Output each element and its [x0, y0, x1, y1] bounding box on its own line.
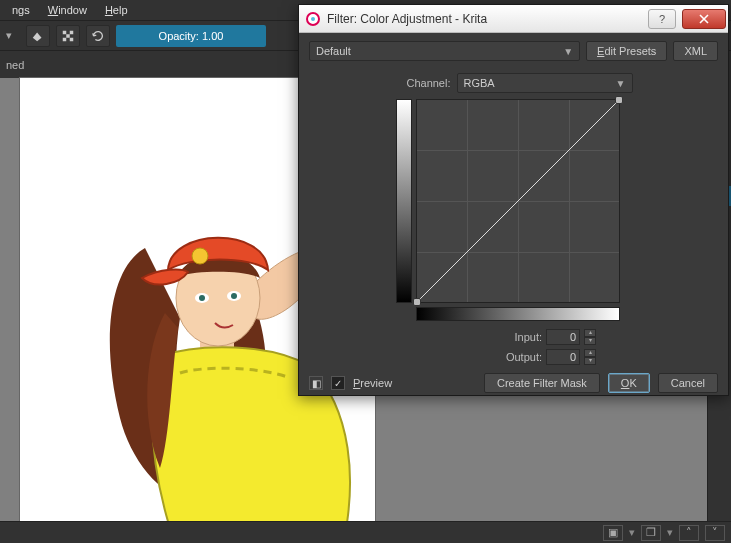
svg-rect-0 [63, 30, 67, 34]
channel-select[interactable]: RGBA ▼ [457, 73, 633, 93]
preview-checkbox[interactable]: ✓ [331, 376, 345, 390]
svg-point-7 [192, 248, 208, 264]
edit-presets-button[interactable]: Edit Presets [586, 41, 667, 61]
pattern-button[interactable] [56, 25, 80, 47]
toolbar-chevron-icon: ▾ [6, 29, 20, 42]
svg-rect-3 [63, 37, 67, 41]
output-stepper[interactable]: ▴▾ [584, 349, 596, 365]
status-chev: ▾ [629, 526, 635, 539]
dialog-help-button[interactable]: ? [648, 9, 676, 29]
reload-button[interactable] [86, 25, 110, 47]
cancel-button[interactable]: Cancel [658, 373, 718, 393]
channel-label: Channel: [395, 77, 451, 89]
menu-window[interactable]: Window [40, 2, 95, 18]
svg-rect-4 [70, 37, 74, 41]
preset-select[interactable]: Default ▼ [309, 41, 580, 61]
fill-button[interactable] [26, 25, 50, 47]
output-field[interactable] [546, 349, 580, 365]
input-label: Input: [498, 331, 542, 343]
curve-handle[interactable] [615, 96, 623, 104]
output-label: Output: [498, 351, 542, 363]
color-adjustment-dialog: Filter: Color Adjustment - Krita ? Defau… [298, 4, 729, 396]
svg-point-13 [311, 17, 315, 21]
chevron-down-icon: ▼ [563, 46, 573, 57]
opacity-slider[interactable]: Opacity: 1.00 [116, 25, 266, 47]
app-icon [305, 11, 321, 27]
menu-help[interactable]: Help [97, 2, 136, 18]
ok-button[interactable]: OK [608, 373, 650, 393]
svg-point-9 [199, 295, 205, 301]
svg-rect-1 [70, 30, 74, 34]
status-up-icon[interactable]: ˄ [679, 525, 699, 541]
dialog-close-button[interactable] [682, 9, 726, 29]
input-field[interactable] [546, 329, 580, 345]
status-duplicate-icon[interactable]: ❐ [641, 525, 661, 541]
tab-title: ned [6, 59, 24, 71]
curves-widget [396, 99, 632, 321]
dialog-titlebar[interactable]: Filter: Color Adjustment - Krita ? [299, 5, 728, 33]
status-chev: ▾ [667, 526, 673, 539]
histogram-toggle[interactable]: ◧ [309, 376, 323, 390]
create-filter-mask-button[interactable]: Create Filter Mask [484, 373, 600, 393]
channel-value: RGBA [464, 77, 495, 89]
svg-line-14 [417, 100, 619, 302]
horizontal-gradient [416, 307, 620, 321]
curve-handle[interactable] [413, 298, 421, 306]
status-down-icon[interactable]: ˅ [705, 525, 725, 541]
tab-document[interactable]: ned [6, 59, 24, 71]
svg-rect-2 [66, 34, 70, 38]
dialog-title: Filter: Color Adjustment - Krita [327, 12, 642, 26]
chevron-down-icon: ▼ [616, 78, 626, 89]
xml-button[interactable]: XML [673, 41, 718, 61]
vertical-gradient [396, 99, 412, 303]
status-add-icon[interactable]: ▣ [603, 525, 623, 541]
svg-point-11 [231, 293, 237, 299]
menu-settings[interactable]: ngs [4, 2, 38, 18]
input-stepper[interactable]: ▴▾ [584, 329, 596, 345]
status-bar: ▣ ▾ ❐ ▾ ˄ ˅ [0, 521, 731, 543]
curve-editor[interactable] [416, 99, 620, 303]
preview-label: Preview [353, 377, 392, 389]
preset-value: Default [316, 45, 351, 57]
